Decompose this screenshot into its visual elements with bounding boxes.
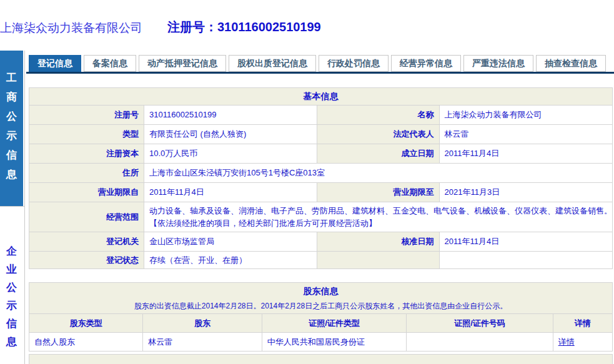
field-label: 注册号 bbox=[29, 106, 144, 125]
table-row: 自然人股东 林云雷 中华人民共和国居民身份证 详情 bbox=[29, 333, 613, 352]
registration-number: 注册号：310116002510199 bbox=[167, 19, 321, 36]
field-label: 住所 bbox=[29, 164, 144, 183]
field-label: 登记状态 bbox=[29, 252, 144, 269]
field-value: 存续（在营、开业、在册） bbox=[144, 252, 317, 269]
tab-label: 抽查检查信息 bbox=[545, 58, 597, 69]
cell-shareholder-type: 自然人股东 bbox=[29, 333, 143, 352]
sidebar-divider-vertical bbox=[24, 51, 25, 364]
field-value: 10.0万人民币 bbox=[144, 144, 317, 164]
tab-equity-pledge-info[interactable]: 股权出质登记信息 bbox=[229, 55, 316, 72]
field-value: 金山区市场监管局 bbox=[144, 232, 317, 252]
tab-label: 备案信息 bbox=[92, 58, 127, 69]
basic-info-title: 基本信息 bbox=[29, 88, 613, 106]
field-value: 动力设备、轴承及设备、润滑油、电子产品、劳防用品、建筑材料、五金交电、电气设备、… bbox=[144, 202, 612, 232]
field-label: 核准日期 bbox=[317, 232, 439, 252]
tab-label: 行政处罚信息 bbox=[327, 58, 380, 69]
sidebar-item-business-public-info[interactable]: 工商公示信息 bbox=[0, 51, 23, 206]
shareholders-header: 股东信息 股东的出资信息截止2014年2月28日。2014年2月28日之后工商只… bbox=[29, 283, 613, 314]
field-label: 法定代表人 bbox=[317, 125, 439, 144]
tab-label: 登记信息 bbox=[37, 58, 72, 69]
tab-abnormal-operation-info[interactable]: 经营异常信息 bbox=[391, 55, 461, 72]
sidebar-item-enterprise-public-info[interactable]: 企业公示信息 bbox=[0, 212, 23, 364]
tab-label: 经营异常信息 bbox=[400, 58, 452, 69]
tab-label: 动产抵押登记信息 bbox=[147, 58, 217, 69]
shareholders-note: 股东的出资信息截止2014年2月28日。2014年2月28日之后工商只公示股东姓… bbox=[29, 301, 612, 312]
field-value-empty bbox=[439, 252, 612, 269]
sidebar-item-label: 工商公示信息 bbox=[6, 68, 18, 184]
field-label: 名称 bbox=[317, 106, 439, 125]
field-label: 营业期限至 bbox=[317, 183, 439, 202]
column-header-detail: 详情 bbox=[553, 314, 612, 333]
field-label: 注册资本 bbox=[29, 144, 144, 164]
field-value: 上海柒众动力装备有限公司 bbox=[439, 106, 612, 125]
tab-serious-violation-info[interactable]: 严重违法信息 bbox=[463, 55, 533, 72]
sidebar-item-label: 企业公示信息 bbox=[6, 242, 18, 351]
tab-label: 股权出质登记信息 bbox=[237, 58, 307, 69]
tab-bar: 登记信息 备案信息 动产抵押登记信息 股权出质登记信息 行政处罚信息 经营异常信… bbox=[29, 55, 606, 72]
field-value: 林云雷 bbox=[439, 125, 612, 144]
tab-chattel-mortgage-info[interactable]: 动产抵押登记信息 bbox=[139, 55, 226, 72]
field-value: 2011年11月4日 bbox=[439, 144, 612, 164]
field-value: 上海市金山区朱泾镇万安街105号1号楼C座013室 bbox=[144, 164, 612, 183]
cell-cert-type: 中华人民共和国居民身份证 bbox=[262, 333, 407, 352]
basic-info-table: 基本信息 注册号 310116002510199 名称 上海柒众动力装备有限公司… bbox=[29, 87, 613, 269]
field-label: 类型 bbox=[29, 125, 144, 144]
company-name: 上海柒众动力装备有限公司 bbox=[0, 20, 142, 36]
field-value: 有限责任公司 (自然人独资) bbox=[144, 125, 317, 144]
field-value: 310116002510199 bbox=[144, 106, 317, 125]
cell-shareholder-name: 林云雷 bbox=[143, 333, 262, 352]
tab-spot-check-info[interactable]: 抽查检查信息 bbox=[536, 55, 606, 72]
shareholders-table: 股东信息 股东的出资信息截止2014年2月28日。2014年2月28日之后工商只… bbox=[29, 282, 613, 352]
field-value: 2021年11月3日 bbox=[439, 183, 612, 202]
cell-cert-number bbox=[407, 333, 553, 352]
column-header-shareholder-type: 股东类型 bbox=[29, 314, 143, 333]
column-header-cert-number: 证照/证件号码 bbox=[407, 314, 553, 333]
tab-registration-info[interactable]: 登记信息 bbox=[29, 55, 81, 72]
tab-record-info[interactable]: 备案信息 bbox=[84, 55, 136, 72]
page-header: 上海柒众动力装备有限公司 注册号：310116002510199 bbox=[0, 17, 614, 37]
tabbar-underline bbox=[26, 72, 614, 74]
field-label: 营业期限自 bbox=[29, 183, 144, 202]
column-header-cert-type: 证照/证件类型 bbox=[262, 314, 407, 333]
field-value: 2011年11月4日 bbox=[439, 232, 612, 252]
page-root: 上海柒众动力装备有限公司 注册号：310116002510199 工商公示信息 … bbox=[0, 0, 614, 364]
detail-link[interactable]: 详情 bbox=[558, 337, 575, 347]
tab-label: 严重违法信息 bbox=[472, 58, 525, 69]
field-label: 登记机关 bbox=[29, 232, 144, 252]
sidebar-divider-horizontal bbox=[0, 206, 24, 207]
field-label-empty bbox=[317, 252, 439, 269]
field-label: 经营范围 bbox=[29, 202, 144, 232]
field-label: 成立日期 bbox=[317, 144, 439, 164]
next-section-header-partial bbox=[29, 354, 613, 364]
field-value: 2011年11月4日 bbox=[144, 183, 317, 202]
tab-admin-penalty-info[interactable]: 行政处罚信息 bbox=[319, 55, 389, 72]
shareholders-title: 股东信息 bbox=[29, 286, 612, 297]
column-header-shareholder: 股东 bbox=[143, 314, 262, 333]
